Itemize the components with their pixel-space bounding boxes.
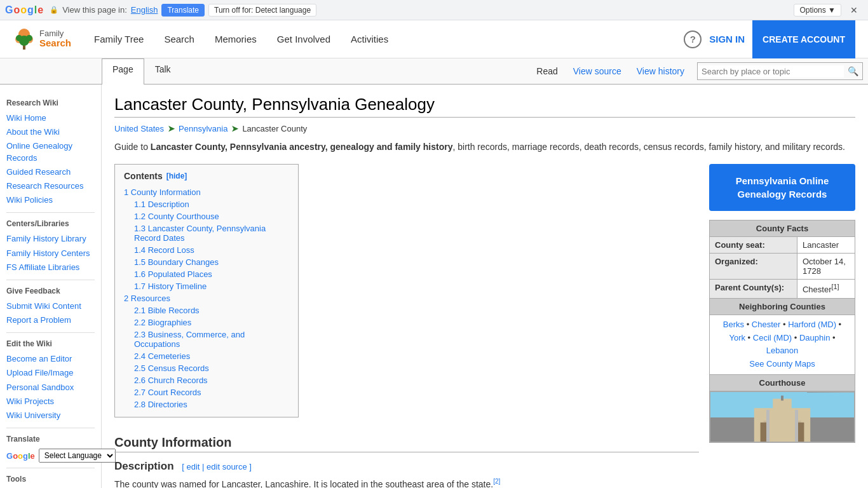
nav-activities[interactable]: Activities: [341, 20, 398, 58]
svg-rect-15: [776, 424, 789, 442]
contents-item-2-5: 2.5 Census Records: [124, 362, 289, 374]
sidebar-item-upload[interactable]: Upload File/Image: [6, 366, 95, 380]
contents-link-2[interactable]: 2 Resources: [124, 294, 170, 303]
nav-memories[interactable]: Memories: [205, 20, 267, 58]
logo-family: Family: [39, 29, 71, 38]
neighbor-cecil[interactable]: Cecil (MD): [753, 333, 792, 342]
contents-link-2-5[interactable]: 2.5 Census Records: [134, 363, 209, 373]
neighbor-berks[interactable]: Berks: [723, 320, 744, 329]
intro-text: Guide to Lancaster County, Pennsylvania …: [114, 140, 855, 154]
sidebar-item-fhl[interactable]: Family History Library: [6, 232, 95, 246]
contents-link-1-6[interactable]: 1.6 Populated Places: [134, 269, 212, 279]
contents-link-2-7[interactable]: 2.7 Court Records: [134, 388, 201, 397]
description-edit-link[interactable]: edit: [187, 462, 200, 471]
sidebar-item-about-wiki[interactable]: About the Wiki: [6, 125, 95, 139]
contents-link-2-6[interactable]: 2.6 Church Records: [134, 376, 208, 385]
parent-link[interactable]: Chester: [803, 285, 832, 295]
contents-link-2-4[interactable]: 2.4 Cemeteries: [134, 351, 190, 361]
contents-item-1-4: 1.4 Record Loss: [124, 244, 289, 256]
description-ref[interactable]: [2]: [493, 478, 500, 485]
sidebar-item-guided-research[interactable]: Guided Research: [6, 165, 95, 179]
sidebar-item-sandbox[interactable]: Personal Sandbox: [6, 381, 95, 395]
sidebar-item-editor[interactable]: Become an Editor: [6, 352, 95, 366]
neighbor-lebanon[interactable]: Lebanon: [766, 346, 799, 355]
contents-link-1-1[interactable]: 1.1 Description: [134, 200, 189, 209]
nav-get-involved[interactable]: Get Involved: [267, 20, 341, 58]
content-wrapper: Research Wiki Wiki Home About the Wiki O…: [0, 85, 868, 488]
sidebar-item-research-resources[interactable]: Research Resources: [6, 179, 95, 193]
contents-link-1-5[interactable]: 1.5 Boundary Changes: [134, 257, 219, 267]
options-button[interactable]: Options ▼: [794, 4, 841, 17]
parent-ref[interactable]: [1]: [832, 283, 839, 290]
tab-talk[interactable]: Talk: [144, 58, 182, 85]
description-editsource-link[interactable]: edit source: [207, 462, 247, 471]
contents-title: Contents: [124, 171, 163, 181]
contents-item-1-7: 1.7 History Timeline: [124, 280, 289, 292]
signin-button[interactable]: SIGN IN: [709, 34, 745, 44]
sidebar-item-online-records[interactable]: Online Genealogy Records: [6, 139, 95, 165]
contents-link-1[interactable]: 1 County Information: [124, 187, 201, 197]
select-language-area: Google Select Language: [6, 449, 95, 463]
sidebar-divider-3: [6, 332, 95, 333]
main-header: Family Search Family Tree Search Memorie…: [0, 20, 868, 58]
tab-action-read[interactable]: Read: [529, 61, 565, 81]
neighbor-harford[interactable]: Harford (MD): [788, 320, 836, 329]
contents-link-2-2[interactable]: 2.2 Biographies: [134, 318, 191, 327]
contents-item-2: 2 Resources: [124, 292, 289, 304]
translate-button[interactable]: Translate: [161, 4, 205, 17]
breadcrumb-arrow-1: ➤: [168, 124, 175, 133]
county-seat-label: County seat:: [710, 237, 797, 254]
sidebar-item-wiki-policies[interactable]: Wiki Policies: [6, 193, 95, 207]
sidebar-divider-4: [6, 428, 95, 428]
breadcrumb-us[interactable]: United States: [114, 124, 164, 133]
translate-close-button[interactable]: ✕: [845, 4, 863, 17]
contents-link-1-4[interactable]: 1.4 Record Loss: [134, 245, 194, 255]
svg-rect-14: [797, 423, 804, 442]
intro-bold: Lancaster County, Pennsylvania ancestry,…: [151, 142, 453, 152]
sidebar-item-projects[interactable]: Wiki Projects: [6, 395, 95, 409]
breadcrumb-pa[interactable]: Pennsylvania: [179, 124, 227, 133]
contents-link-2-3[interactable]: 2.3 Business, Commerce, and Occupations: [134, 330, 245, 349]
contents-link-2-1[interactable]: 2.1 Bible Records: [134, 306, 200, 315]
courthouse-image: [710, 391, 855, 442]
help-button[interactable]: ?: [684, 30, 702, 48]
sidebar-item-university[interactable]: Wiki University: [6, 409, 95, 423]
neighbor-york[interactable]: York: [729, 333, 745, 342]
nav-family-tree[interactable]: Family Tree: [84, 20, 154, 58]
tab-action-view-source[interactable]: View source: [566, 61, 629, 81]
turnoff-button[interactable]: Turn off for: Detect language: [208, 4, 316, 17]
tab-action-view-history[interactable]: View history: [629, 61, 692, 81]
contents-link-1-2[interactable]: 1.2 County Courthouse: [134, 212, 219, 221]
see-county-maps[interactable]: See County Maps: [749, 359, 815, 369]
sidebar-item-fsaff[interactable]: FS Affiliate Libraries: [6, 261, 95, 274]
neighbors-header: Neighboring Counties: [710, 298, 855, 315]
neighbor-dauphin[interactable]: Dauphin: [799, 333, 830, 342]
neighbor-chester[interactable]: Chester: [752, 320, 781, 329]
contents-link-1-3[interactable]: 1.3 Lancaster County, Pennsylvania Recor…: [134, 224, 266, 243]
contents-link-2-8[interactable]: 2.8 Directories: [134, 400, 187, 409]
tab-page[interactable]: Page: [102, 58, 144, 85]
sidebar-title-research-wiki: Research Wiki: [6, 98, 95, 107]
logo-area[interactable]: Family Search: [13, 28, 71, 51]
sidebar: Research Wiki Wiki Home About the Wiki O…: [0, 85, 102, 488]
contents-hide[interactable]: [hide]: [166, 172, 187, 180]
sidebar-item-report[interactable]: Report a Problem: [6, 313, 95, 327]
sidebar-item-fhc[interactable]: Family History Centers: [6, 247, 95, 261]
language-link[interactable]: English: [131, 5, 158, 15]
view-page-text: View this page in:: [62, 5, 127, 15]
wiki-search-button[interactable]: 🔍: [844, 66, 862, 76]
nav-search[interactable]: Search: [154, 20, 205, 58]
svg-rect-13: [761, 423, 768, 442]
svg-rect-10: [764, 421, 801, 442]
wiki-search-input[interactable]: [698, 65, 844, 78]
create-account-button[interactable]: CREATE ACCOUNT: [752, 20, 855, 58]
contents-list: 1 County Information 1.1 Description 1.2…: [124, 186, 289, 410]
contents-header: Contents [hide]: [124, 171, 289, 181]
contents-link-1-7[interactable]: 1.7 History Timeline: [134, 281, 207, 291]
svg-point-5: [16, 35, 22, 41]
sidebar-item-wiki-home[interactable]: Wiki Home: [6, 111, 95, 125]
tab-actions: Read View source View history 🔍: [529, 58, 868, 84]
sidebar-item-submit[interactable]: Submit Wiki Content: [6, 299, 95, 313]
description-edit-links: [ edit | edit source ]: [182, 462, 252, 471]
pa-button[interactable]: Pennsylvania Online Genealogy Records: [709, 164, 855, 211]
